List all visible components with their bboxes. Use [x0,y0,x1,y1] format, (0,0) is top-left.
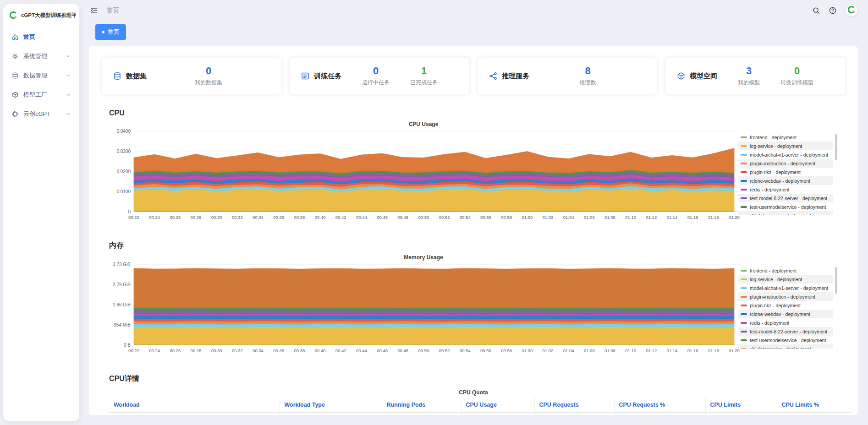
legend-series-label: log-service - deployment [750,277,802,282]
svg-text:1.86 GiB: 1.86 GiB [113,302,131,307]
cpu-section: CPU CPU Usage 00.01000.02000.03000.04000… [109,109,838,226]
legend-series-label: plugin-tikz - deployment [750,169,801,175]
home-icon [11,33,19,41]
search-icon[interactable] [812,6,820,15]
table-cell: 16.00 [705,413,777,415]
legend-item[interactable]: test-usermodelservice - deployment [738,336,833,344]
memory-chart-area: Memory Usage 0 B954 MiB1.86 GiB2.79 GiB3… [109,251,738,360]
stat-card-0[interactable]: 数据集0我的数据集 [102,58,281,94]
stat-card-title: 推理服务 [489,71,529,81]
table-column-header[interactable]: Workload [109,398,280,413]
table-column-header[interactable]: CPU Usage [461,398,534,413]
svg-text:00:42: 00:42 [335,215,346,220]
memory-section: 内存 Memory Usage 0 B954 MiB1.86 GiB2.79 G… [109,241,838,360]
legend-item[interactable]: model-aichat-v1-server - deployment [738,150,833,159]
legend-item[interactable]: xltl-dataservice - deployment [738,211,833,215]
legend-item[interactable]: redis - deployment [738,185,833,194]
avatar[interactable] [845,4,858,17]
svg-text:00:44: 00:44 [356,348,367,353]
legend-series-color [741,189,747,191]
table-column-header[interactable]: Workload Type [280,398,382,413]
table-cell: 0.00 [461,413,534,415]
svg-text:00:54: 00:54 [460,215,471,220]
legend-item[interactable]: plugin-tikz - deployment [738,168,833,176]
stat-card-3[interactable]: 模型空间3我的模型0转换训练模型 [665,58,845,94]
table-cell: 45.10% [614,413,705,415]
legend-item[interactable]: plugin-instruction - deployment [738,292,833,301]
legend-scrollbar[interactable] [835,267,837,294]
legend-item[interactable]: test-usermodelservice - deployment [738,202,833,211]
legend-item[interactable]: frontend - deployment [738,266,833,275]
legend-item[interactable]: plugin-instruction - deployment [738,159,833,168]
legend-item[interactable]: test-model-8.22-server - deployment [738,194,833,202]
table-column-header[interactable]: CPU Limits [705,398,777,413]
stat-metric-label: 转换训练模型 [780,79,813,87]
table-column-header[interactable]: CPU Limits % [777,398,852,413]
legend-series-label: xltl-dataservice - deployment [750,346,811,349]
legend-item[interactable]: frontend - deployment [738,133,833,142]
svg-text:00:26: 00:26 [170,215,181,220]
stat-metric-value: 0 [780,65,813,76]
stats-row: 数据集0我的数据集训练任务0运行中任务1已完成任务推理服务8推理数模型空间3我的… [102,58,845,94]
cpu-quota-table-title: CPU Quota [109,389,838,396]
sidebar-item-label: 数据管理 [23,71,47,80]
stat-card-1[interactable]: 训练任务0运行中任务1已完成任务 [290,58,469,94]
legend-series-label: model-aichat-v1-server - deployment [750,152,828,158]
chevron-down-icon [66,111,71,117]
legend-item[interactable]: test-model-8.22-server - deployment [738,327,833,336]
svg-text:01:04: 01:04 [563,348,574,353]
chevron-down-icon [66,73,71,78]
svg-text:01:14: 01:14 [667,348,678,353]
svg-text:01:14: 01:14 [667,215,678,220]
stat-metric-label: 运行中任务 [362,79,390,87]
table-cell: 0.01 [534,413,614,415]
legend-item[interactable]: model-aichat-v1-server - deployment [738,283,833,292]
sidebar-item-3[interactable]: 模型工厂 [7,85,76,104]
legend-series-label: test-usermodelservice - deployment [750,338,826,343]
tab-home[interactable]: 首页 [95,24,126,40]
help-icon[interactable] [829,6,837,15]
legend-item[interactable]: rclone-webdav - deployment [738,310,833,318]
table-column-header[interactable]: CPU Requests [534,398,614,413]
svg-text:00:24: 00:24 [149,348,160,353]
svg-text:0.0200: 0.0200 [116,169,131,174]
svg-text:00:34: 00:34 [253,348,264,353]
topbar-actions [812,4,858,17]
legend-item[interactable]: plugin-tikz - deployment [738,301,833,310]
sidebar-item-1[interactable]: 系统管理 [7,47,76,66]
legend-item[interactable]: log-service - deployment [738,142,833,150]
sidebar-item-2[interactable]: 数据管理 [7,66,76,85]
svg-text:00:54: 00:54 [460,348,471,353]
svg-text:00:56: 00:56 [480,215,491,220]
svg-text:00:28: 00:28 [191,348,202,353]
stat-metric: 0运行中任务 [362,65,390,87]
legend-item[interactable]: log-service - deployment [738,275,833,283]
menu-fold-icon[interactable] [90,6,98,15]
stat-metric-label: 我的数据集 [195,79,222,87]
legend-item[interactable]: rclone-webdav - deployment [738,176,833,185]
svg-text:00:56: 00:56 [480,348,491,353]
memory-chart-title: Memory Usage [109,254,738,261]
table-column-header[interactable]: Running Pods [382,398,461,413]
svg-text:00:40: 00:40 [315,348,326,353]
svg-text:01:18: 01:18 [708,348,719,353]
legend-item[interactable]: redis - deployment [738,318,833,327]
legend-item[interactable]: xltl-dataservice - deployment [738,344,833,349]
svg-text:00:46: 00:46 [377,215,388,220]
table-column-header[interactable]: CPU Requests % [614,398,705,413]
cpu-chart-title: CPU Usage [109,121,738,127]
sidebar-item-4[interactable]: 云创cGPT [7,104,76,124]
stat-card-title-text: 训练任务 [314,72,341,81]
stat-card-2[interactable]: 推理服务8推理数 [478,58,657,94]
legend-series-color [741,331,747,332]
svg-text:0.0400: 0.0400 [116,129,131,134]
content-area: 首页 首页 数据集0我的数据集训练任务0运行中任务1已完成任务推理服务8推理数模… [82,0,868,425]
legend-scrollbar[interactable] [835,134,837,160]
sidebar-item-0[interactable]: 首页 [7,27,76,47]
stat-card-title-text: 推理服务 [502,72,529,81]
svg-text:00:40: 00:40 [315,215,326,220]
breadcrumb[interactable]: 首页 [106,6,119,15]
legend-series-label: plugin-tikz - deployment [750,303,801,308]
svg-text:01:00: 01:00 [522,348,533,353]
svg-text:00:48: 00:48 [397,348,408,353]
